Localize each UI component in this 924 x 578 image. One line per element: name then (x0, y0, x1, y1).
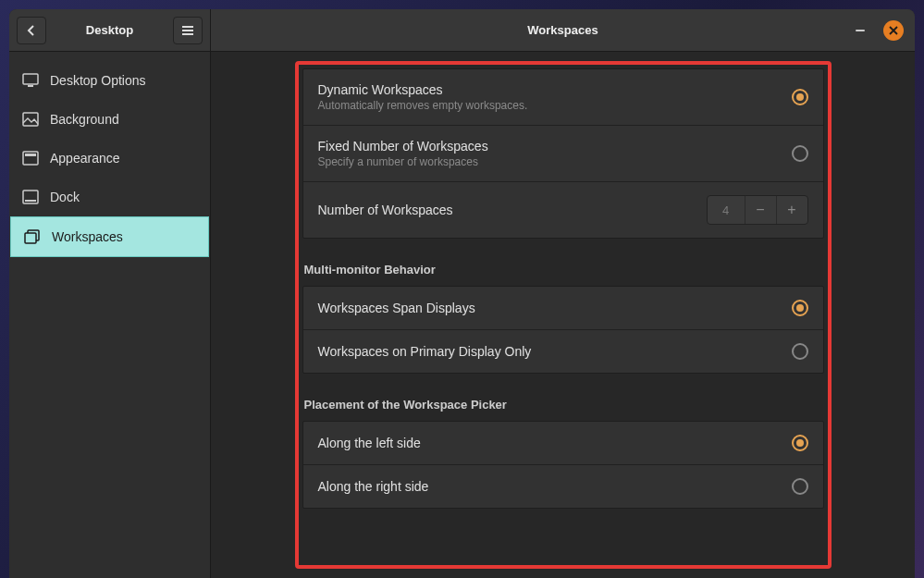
svg-rect-11 (25, 233, 36, 243)
row-title: Dynamic Workspaces (318, 82, 792, 97)
titlebar-right: Workspaces (211, 9, 915, 51)
svg-rect-1 (182, 30, 193, 31)
svg-rect-9 (25, 200, 36, 202)
sidebar-item-dock[interactable]: Dock (9, 178, 210, 216)
sidebar-item-label: Workspaces (52, 229, 123, 244)
span-displays-row[interactable]: Workspaces Span Displays (303, 287, 823, 330)
sidebar-title: Desktop (86, 23, 133, 37)
row-labels: Along the left side (318, 436, 792, 450)
sidebar-item-desktop-options[interactable]: Desktop Options (9, 61, 210, 100)
row-labels: Number of Workspaces (318, 203, 707, 217)
stepper-decrement[interactable]: − (745, 196, 776, 224)
right-side-row[interactable]: Along the right side (303, 465, 823, 508)
stepper-value: 4 (708, 203, 745, 217)
fixed-workspaces-radio[interactable] (792, 145, 808, 162)
titlebar: Desktop Workspaces (9, 9, 915, 52)
hamburger-icon (181, 24, 194, 37)
hamburger-button[interactable] (173, 17, 203, 44)
row-title: Along the left side (318, 436, 792, 450)
sidebar-item-background[interactable]: Background (9, 100, 210, 139)
row-title: Along the right side (318, 479, 792, 494)
workspace-count-stepper: 4 − + (707, 195, 808, 225)
sidebar-item-workspaces[interactable]: Workspaces (10, 216, 209, 257)
row-title: Fixed Number of Workspaces (318, 139, 792, 154)
sidebar-item-label: Appearance (50, 151, 120, 166)
dock-icon (22, 189, 39, 205)
row-subtitle: Automatically removes empty workspaces. (318, 99, 792, 112)
fixed-workspaces-row[interactable]: Fixed Number of Workspaces Specify a num… (303, 126, 823, 182)
row-title: Number of Workspaces (318, 203, 707, 217)
row-labels: Along the right side (318, 479, 792, 494)
close-button[interactable] (883, 20, 904, 41)
number-of-workspaces-row: Number of Workspaces 4 − + (303, 182, 823, 238)
row-title: Workspaces Span Displays (318, 301, 792, 315)
window-controls (852, 20, 915, 41)
multi-monitor-section-title: Multi-monitor Behavior (304, 263, 824, 277)
row-subtitle: Specify a number of workspaces (318, 155, 792, 168)
titlebar-left: Desktop (9, 9, 211, 51)
svg-rect-3 (23, 74, 38, 84)
right-side-radio[interactable] (792, 478, 808, 495)
multi-monitor-section: Workspaces Span Displays Workspaces on P… (302, 286, 824, 374)
image-icon (22, 111, 39, 128)
span-displays-radio[interactable] (792, 300, 808, 316)
sidebar-item-appearance[interactable]: Appearance (9, 139, 210, 178)
appearance-icon (22, 150, 39, 166)
close-icon (889, 26, 898, 35)
row-labels: Workspaces Span Displays (318, 301, 792, 315)
monitor-icon (22, 72, 39, 89)
primary-display-row[interactable]: Workspaces on Primary Display Only (303, 330, 823, 373)
svg-rect-0 (182, 26, 193, 28)
left-side-radio[interactable] (792, 435, 808, 451)
sidebar-item-label: Desktop Options (50, 73, 146, 88)
settings-window: Desktop Workspaces (9, 9, 915, 578)
sidebar-item-label: Background (50, 112, 119, 127)
svg-rect-4 (28, 85, 33, 87)
highlighted-region: Dynamic Workspaces Automatically removes… (295, 61, 832, 569)
sidebar-item-label: Dock (50, 190, 80, 204)
left-side-row[interactable]: Along the left side (303, 422, 823, 465)
dynamic-workspaces-row[interactable]: Dynamic Workspaces Automatically removes… (303, 69, 823, 126)
svg-rect-5 (23, 113, 38, 126)
row-labels: Fixed Number of Workspaces Specify a num… (318, 139, 792, 168)
workspaces-section: Dynamic Workspaces Automatically removes… (302, 68, 824, 239)
dynamic-workspaces-radio[interactable] (792, 89, 808, 105)
content-area: Dynamic Workspaces Automatically removes… (211, 52, 915, 578)
row-labels: Workspaces on Primary Display Only (318, 344, 792, 359)
workspaces-icon (24, 228, 41, 245)
page-title: Workspaces (527, 23, 598, 37)
primary-display-radio[interactable] (792, 343, 808, 360)
window-body: Desktop Options Background Appearance Do… (9, 52, 915, 578)
stepper-increment[interactable]: + (776, 196, 807, 224)
placement-section: Along the left side Along the right side (302, 421, 824, 509)
sidebar: Desktop Options Background Appearance Do… (9, 52, 211, 578)
row-labels: Dynamic Workspaces Automatically removes… (318, 82, 792, 112)
row-title: Workspaces on Primary Display Only (318, 344, 792, 359)
svg-rect-7 (25, 154, 36, 156)
minimize-button[interactable] (852, 22, 869, 39)
chevron-left-icon (26, 25, 37, 36)
placement-section-title: Placement of the Workspace Picker (304, 398, 824, 412)
back-button[interactable] (17, 17, 46, 44)
svg-rect-2 (182, 33, 193, 35)
